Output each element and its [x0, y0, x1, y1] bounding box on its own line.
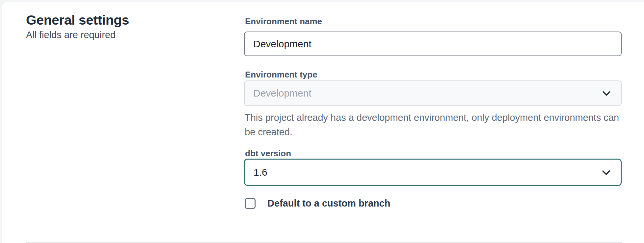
environment-type-value: Development [253, 88, 311, 99]
environment-type-select: Development [244, 80, 622, 106]
chevron-down-icon [600, 166, 612, 178]
environment-name-input[interactable] [244, 32, 622, 56]
chevron-down-icon [601, 87, 612, 99]
environment-type-help-text: This project already has a development e… [245, 110, 622, 139]
page-title: General settings [26, 12, 129, 28]
custom-branch-label: Default to a custom branch [267, 198, 390, 209]
section-divider [26, 242, 622, 243]
dbt-version-value: 1.6 [254, 167, 267, 178]
environment-type-label: Environment type [245, 70, 317, 80]
dbt-version-label: dbt version [245, 148, 291, 159]
general-settings-card: General settings All fields are required… [2, 2, 644, 243]
custom-branch-checkbox[interactable] [245, 198, 256, 209]
page-subtitle: All fields are required [26, 30, 115, 40]
dbt-version-select[interactable]: 1.6 [244, 159, 622, 186]
custom-branch-checkbox-row[interactable]: Default to a custom branch [245, 198, 390, 209]
environment-name-label: Environment name [245, 16, 322, 27]
